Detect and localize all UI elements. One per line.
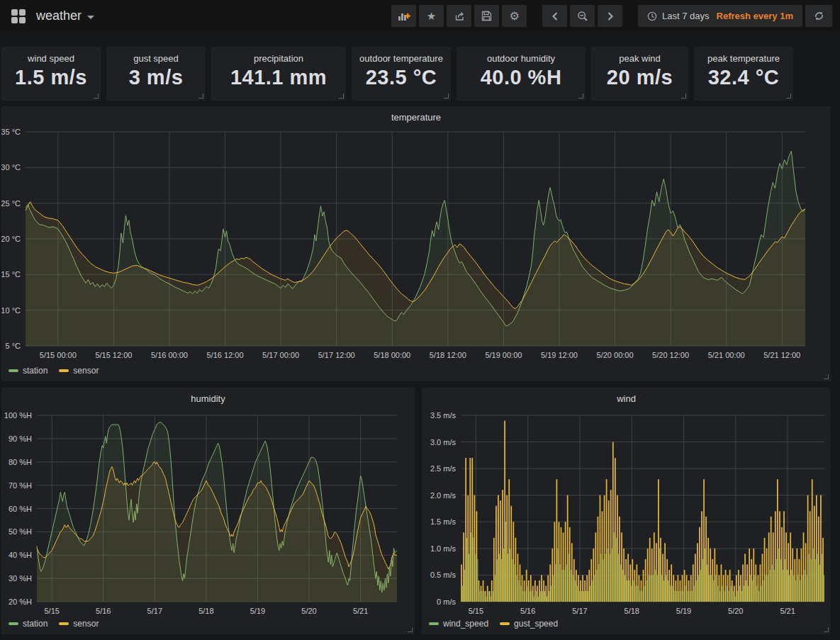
gust-speed-bar [701,511,702,602]
x-axis-tick: 5/19 00:00 [485,351,522,359]
wind-speed-bar [530,591,530,602]
panel-title-humidity[interactable]: humidity [1,393,415,404]
time-range-picker[interactable]: Last 7 days Refresh every 1m [638,5,802,27]
gust-speed-bar [467,495,469,602]
stat-title[interactable]: peak wind [591,53,688,64]
x-axis-tick: 5/17 00:00 [262,351,299,359]
gust-speed-bar [487,586,488,602]
legend-item-gust_speed[interactable]: gust_speed [500,619,558,629]
x-axis-tick: 5/20 [728,607,743,615]
x-axis-tick: 5/16 12:00 [207,351,244,359]
panel-resize-handle[interactable] [786,94,791,99]
gust-speed-bar [578,575,579,602]
gust-speed-bar [580,580,581,602]
stat-title[interactable]: outdoor temperature [352,53,451,64]
legend-item-station[interactable]: station [9,619,47,629]
wind-speed-bar [787,570,788,602]
panel-title-temperature[interactable]: temperature [1,112,831,123]
legend-item-sensor[interactable]: sensor [59,366,99,376]
humidity-chart[interactable]: 100 %H90 %H80 %H70 %H60 %H50 %H40 %H30 %… [1,388,415,634]
panel-title-wind[interactable]: wind [422,393,831,404]
wind-speed-bar [778,549,779,602]
stat-title[interactable]: peak temperature [694,53,793,64]
wind-speed-bar [637,586,638,602]
panel-resize-handle[interactable] [824,627,829,632]
time-forward-button[interactable] [598,5,622,27]
stat-title[interactable]: precipitation [211,53,346,64]
gust-speed-bar [485,591,486,602]
gust-speed-bar [561,527,562,602]
stat-title[interactable]: gust speed [106,53,206,64]
wind-speed-bar [522,591,523,602]
gust-speed-bar [565,522,566,602]
wind-speed-bar [750,575,751,602]
panel-resize-handle[interactable] [94,94,99,99]
panel-resize-handle[interactable] [444,94,449,99]
wind-speed-bar [659,549,660,602]
y-axis-tick: 3.0 m/s [430,438,457,447]
stat-value: 1.5 m/s [1,66,101,89]
gust-speed-bar [530,575,532,602]
wind-speed-bar [804,570,805,602]
wind-speed-bar [817,554,818,602]
legend-item-station[interactable]: station [9,366,47,376]
gust-speed-bar [649,538,651,602]
legend-swatch-icon [59,622,69,625]
gust-speed-bar [751,559,752,602]
share-button[interactable] [447,5,471,27]
wind-speed-bar [573,575,573,602]
gust-speed-bar [816,495,817,602]
stat-title[interactable]: outdoor humidity [457,53,586,64]
wind-speed-bar [681,591,681,602]
wind-speed-bar [464,570,465,602]
gust-speed-bar [619,517,620,602]
wind-chart[interactable]: 3.5 m/s3.0 m/s2.5 m/s2.0 m/s1.5 m/s1.0 m… [422,388,831,634]
wind-speed-bar [499,554,500,602]
add-panel-button[interactable] [391,5,416,27]
gust-speed-bar [734,586,735,602]
gust-speed-bar [814,506,815,602]
wind-speed-bar [495,575,495,602]
gust-speed-bar [474,495,476,602]
stat-title[interactable]: wind speed [1,53,101,64]
stat-panel-peak-wind: peak wind20 m/s [591,47,688,101]
wind-speed-bar [789,575,790,602]
x-axis-tick: 5/15 [469,607,483,615]
wind-speed-bar [741,591,742,602]
wind-speed-bar [547,597,547,602]
panel-resize-handle[interactable] [198,94,203,99]
panel-resize-handle[interactable] [339,94,344,99]
panel-resize-handle[interactable] [824,374,829,379]
gust-speed-bar [604,495,605,602]
panel-resize-handle[interactable] [681,94,686,99]
panel-resize-handle[interactable] [408,627,413,632]
gust-speed-bar [777,479,778,602]
wind-speed-bar [536,591,537,602]
legend-item-sensor[interactable]: sensor [59,619,99,629]
wind-speed-bar [603,559,603,602]
wind-speed-bar [694,586,695,602]
wind-speed-bar [670,586,671,602]
refresh-button[interactable] [805,5,832,27]
legend-item-wind_speed[interactable]: wind_speed [429,619,488,629]
x-axis-tick: 5/18 [625,607,639,615]
dashboards-menu-button[interactable] [8,6,29,27]
x-axis-tick: 5/21 12:00 [763,351,800,359]
time-back-button[interactable] [542,5,567,27]
wind-speed-bar [586,591,586,602]
wind-speed-bar [483,591,484,602]
legend-label: station [23,366,47,376]
panel-resize-handle[interactable] [578,94,583,99]
gust-speed-bar [563,532,564,602]
wind-speed-bar [607,549,608,602]
wind-speed-bar [765,575,766,602]
stat-panel-gust-speed: gust speed3 m/s [106,47,206,101]
zoom-out-button[interactable] [570,5,595,27]
temperature-chart[interactable]: 35 °C30 °C25 °C20 °C15 °C10 °C5 °C5/15 0… [1,106,831,381]
save-button[interactable] [474,5,499,27]
x-axis-tick: 5/16 [96,607,111,615]
settings-button[interactable]: ⚙ [502,5,527,27]
dashboard-title-dropdown[interactable]: weather [36,9,94,23]
star-button[interactable]: ★ [419,5,444,27]
y-axis-tick: 2.0 m/s [430,491,457,500]
